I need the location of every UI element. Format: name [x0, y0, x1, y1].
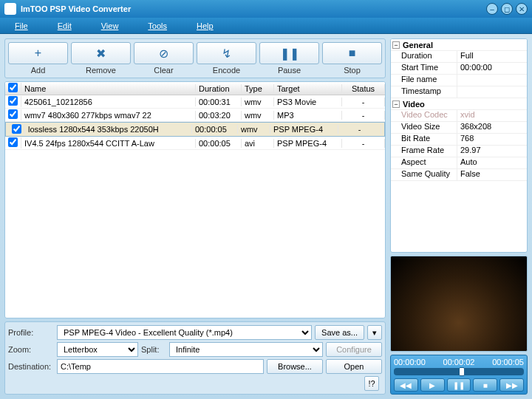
- save-as-dropdown[interactable]: ▾: [367, 325, 382, 340]
- video-preview[interactable]: [390, 256, 528, 352]
- menu-help[interactable]: Help: [197, 21, 214, 30]
- menu-tools[interactable]: Tools: [148, 21, 167, 30]
- help-button[interactable]: !?: [364, 376, 379, 391]
- stop-button[interactable]: ■: [322, 42, 382, 64]
- stop-media-button[interactable]: ■: [473, 378, 497, 392]
- col-type[interactable]: Type: [242, 84, 274, 93]
- settings-panel: Profile: PSP MPEG-4 Video - Excellent Qu…: [4, 321, 386, 395]
- prop-row[interactable]: DurationFull: [391, 51, 527, 63]
- add-button[interactable]: +: [8, 42, 68, 64]
- cell-name: IV4.5 24fps 1280x544 CCITT A-Law: [21, 139, 196, 148]
- prop-row[interactable]: AspectAuto: [391, 157, 527, 169]
- row-checkbox[interactable]: [8, 137, 18, 147]
- cell-duration: 00:00:05: [196, 139, 242, 148]
- cell-name: lossless 1280x544 353kbps 22050H: [25, 125, 192, 134]
- seek-slider[interactable]: [394, 368, 524, 375]
- next-button[interactable]: ▶▶: [499, 378, 524, 392]
- cell-duration: 00:00:05: [192, 125, 238, 134]
- destination-input[interactable]: [57, 359, 264, 374]
- time-current: 00:00:02: [443, 358, 475, 366]
- encode-label: Encode: [213, 66, 240, 75]
- prop-row[interactable]: Same QualityFalse: [391, 169, 527, 181]
- cell-target: PSP MPEG-4: [274, 139, 342, 148]
- save-as-button[interactable]: Save as...: [315, 325, 364, 340]
- time-end: 00:00:05: [492, 358, 524, 366]
- cell-duration: 00:03:20: [196, 111, 242, 120]
- collapse-icon[interactable]: −: [392, 41, 400, 49]
- cell-type: wmv: [242, 98, 274, 106]
- zoom-select[interactable]: Letterbox: [57, 342, 138, 357]
- toolbar: +Add ✖Remove ⊘Clear ↯Encode ❚❚Pause ■Sto…: [4, 38, 386, 78]
- close-button[interactable]: ✕: [516, 3, 528, 15]
- remove-button[interactable]: ✖: [71, 42, 131, 64]
- clear-label: Clear: [154, 66, 173, 75]
- cell-target: PS3 Movie: [274, 98, 342, 106]
- prop-row[interactable]: Start Time00:00:00: [391, 63, 527, 75]
- col-target[interactable]: Target: [274, 84, 342, 93]
- cell-status: -: [342, 139, 385, 148]
- player-controls: 00:00:00 00:00:02 00:00:05 ◀◀ ▶ ❚❚ ■ ▶▶: [390, 355, 528, 395]
- pause-button[interactable]: ❚❚: [259, 42, 319, 64]
- prop-row[interactable]: File name: [391, 75, 527, 86]
- table-row[interactable]: wmv7 480x360 277kbps wmav7 2200:03:20wmv…: [5, 109, 385, 122]
- cell-duration: 00:00:31: [196, 98, 242, 106]
- menubar: File Edit View Tools Help: [0, 18, 532, 34]
- select-all-checkbox[interactable]: [8, 83, 18, 92]
- table-row[interactable]: lossless 1280x544 353kbps 22050H00:00:05…: [5, 122, 385, 137]
- section-general: General: [403, 41, 433, 50]
- window-title: ImTOO PSP Video Converter: [21, 4, 483, 13]
- split-label: Split:: [141, 345, 166, 354]
- row-checkbox[interactable]: [12, 124, 21, 134]
- destination-label: Destination:: [8, 362, 54, 371]
- add-label: Add: [31, 66, 46, 75]
- cell-status: -: [342, 98, 385, 106]
- menu-edit[interactable]: Edit: [58, 21, 72, 30]
- open-button[interactable]: Open: [326, 359, 382, 374]
- col-status[interactable]: Status: [342, 84, 385, 93]
- play-button[interactable]: ▶: [420, 378, 445, 392]
- profile-label: Profile:: [8, 328, 54, 337]
- app-logo: [4, 3, 16, 15]
- file-list: Name Duration Type Target Status 425061_…: [4, 81, 386, 318]
- col-name[interactable]: Name: [21, 84, 196, 93]
- configure-button[interactable]: Configure: [326, 342, 382, 357]
- zoom-label: Zoom:: [8, 345, 54, 354]
- prop-row[interactable]: Timestamp: [391, 86, 527, 98]
- seek-thumb[interactable]: [459, 367, 465, 376]
- prop-row[interactable]: Video Codecxvid: [391, 110, 527, 122]
- time-start: 00:00:00: [394, 358, 426, 366]
- menu-view[interactable]: View: [101, 21, 119, 30]
- pause-media-button[interactable]: ❚❚: [447, 378, 471, 392]
- row-checkbox[interactable]: [8, 96, 18, 106]
- row-checkbox[interactable]: [8, 109, 18, 119]
- browse-button[interactable]: Browse...: [267, 359, 323, 374]
- cell-target: PSP MPEG-4: [270, 125, 338, 134]
- cell-status: -: [342, 111, 385, 120]
- prop-row[interactable]: Video Size368x208: [391, 122, 527, 134]
- cell-type: avi: [242, 139, 274, 148]
- col-duration[interactable]: Duration: [196, 84, 242, 93]
- prev-button[interactable]: ◀◀: [394, 378, 418, 392]
- stop-label: Stop: [344, 66, 361, 75]
- table-row[interactable]: IV4.5 24fps 1280x544 CCITT A-Law00:00:05…: [5, 137, 385, 150]
- pause-label: Pause: [278, 66, 301, 75]
- minimize-button[interactable]: –: [486, 3, 498, 15]
- clear-button[interactable]: ⊘: [134, 42, 194, 64]
- cell-name: wmv7 480x360 277kbps wmav7 22: [21, 111, 196, 120]
- prop-row[interactable]: Bit Rate768: [391, 134, 527, 146]
- cell-status: -: [338, 125, 381, 134]
- table-row[interactable]: 425061_1021285600:00:31wmvPS3 Movie-: [5, 95, 385, 109]
- prop-row[interactable]: Frame Rate29.97: [391, 146, 527, 157]
- remove-label: Remove: [86, 66, 116, 75]
- menu-file[interactable]: File: [15, 21, 28, 30]
- collapse-icon[interactable]: −: [392, 100, 400, 108]
- cell-type: wmv: [242, 111, 274, 120]
- split-select[interactable]: Infinite: [169, 342, 323, 357]
- cell-type: wmv: [238, 125, 270, 134]
- maximize-button[interactable]: ◻: [501, 3, 513, 15]
- cell-name: 425061_10212856: [21, 98, 196, 106]
- cell-target: MP3: [274, 111, 342, 120]
- properties-panel: −General DurationFullStart Time00:00:00F…: [390, 38, 528, 253]
- encode-button[interactable]: ↯: [197, 42, 256, 64]
- profile-select[interactable]: PSP MPEG-4 Video - Excellent Quality (*.…: [57, 325, 312, 340]
